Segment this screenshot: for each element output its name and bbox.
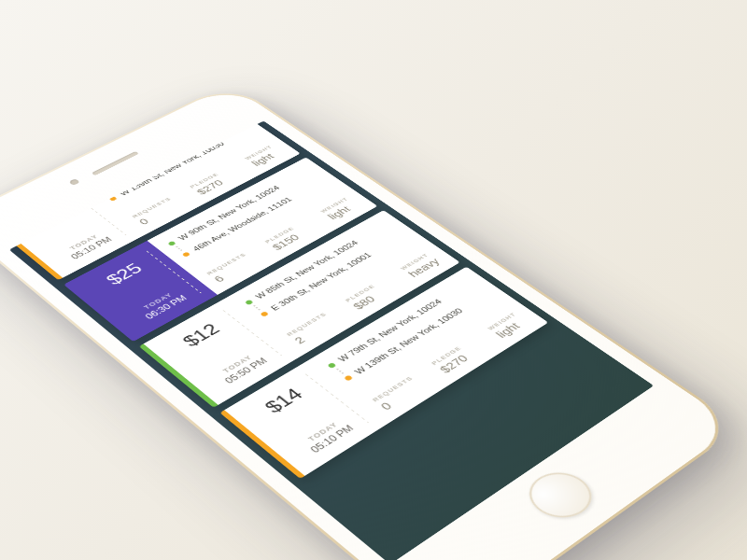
schedule: TODAY 05:50 PM (216, 351, 270, 385)
weight-field: WEIGHT light (244, 145, 284, 168)
route-dots-icon (101, 190, 111, 197)
weight-value: light (493, 315, 530, 340)
card-meta: REQUESTS 0 PLEDGE $270 WEIGHT light (371, 312, 529, 413)
schedule: TODAY 06:30 PM (136, 288, 189, 321)
card-accent (139, 343, 218, 407)
price: $12 (178, 320, 224, 350)
day-label: TODAY (216, 351, 260, 378)
requests-field: REQUESTS 6 (205, 252, 259, 284)
requests-field: REQUESTS 2 (285, 312, 339, 346)
pledge-label: PLEDGE (430, 345, 463, 367)
requests-field: REQUESTS 0 (371, 375, 427, 413)
route-dots-icon (334, 368, 345, 375)
price: $14 (261, 385, 308, 416)
card-left-panel: $14 TODAY 05:10 PM (224, 362, 386, 476)
requests-value: 0 (377, 380, 427, 412)
weight-label: WEIGHT (486, 312, 518, 332)
pledge-field: PLEDGE $80 (344, 284, 388, 312)
schedule: TODAY 05:10 PM (63, 231, 114, 260)
device-frame: $14 TODAY 05:10 PM W 79th St, New York, … (0, 83, 742, 560)
dropoff-dot-icon (181, 251, 190, 257)
pledge-value: $270 (436, 350, 474, 375)
pickup-dot-icon (327, 362, 336, 369)
requests-label: REQUESTS (371, 375, 415, 403)
requests-label: REQUESTS (285, 312, 328, 338)
divider (305, 373, 369, 423)
weight-field: WEIGHT light (486, 312, 530, 340)
pledge-field: PLEDGE $270 (430, 345, 474, 375)
schedule: TODAY 05:10 PM (301, 417, 357, 455)
time: 05:10 PM (308, 424, 356, 455)
pickup-dot-icon (245, 299, 254, 304)
weight-field: WEIGHT light (319, 196, 360, 221)
pickup-dot-icon (95, 186, 104, 191)
pledge-field: PLEDGE $150 (263, 226, 306, 252)
dropoff-dot-icon (260, 311, 269, 316)
home-button[interactable] (516, 464, 604, 526)
day-label: TODAY (301, 417, 345, 446)
requests-value: 2 (291, 315, 340, 345)
time: 05:50 PM (222, 357, 269, 385)
card-accent (219, 410, 304, 479)
phone-camera (68, 178, 80, 186)
price: $14 (31, 204, 74, 231)
dropoff-dot-icon (344, 374, 353, 381)
phone-speaker (92, 151, 139, 175)
requests-field: REQUESTS 0 (131, 196, 182, 226)
pledge-field: PLEDGE $270 (189, 172, 230, 196)
weight-field: WEIGHT heavy (399, 252, 442, 279)
price: $25 (102, 260, 147, 288)
dropoff-dot-icon (108, 196, 117, 202)
pickup-dot-icon (167, 241, 176, 246)
